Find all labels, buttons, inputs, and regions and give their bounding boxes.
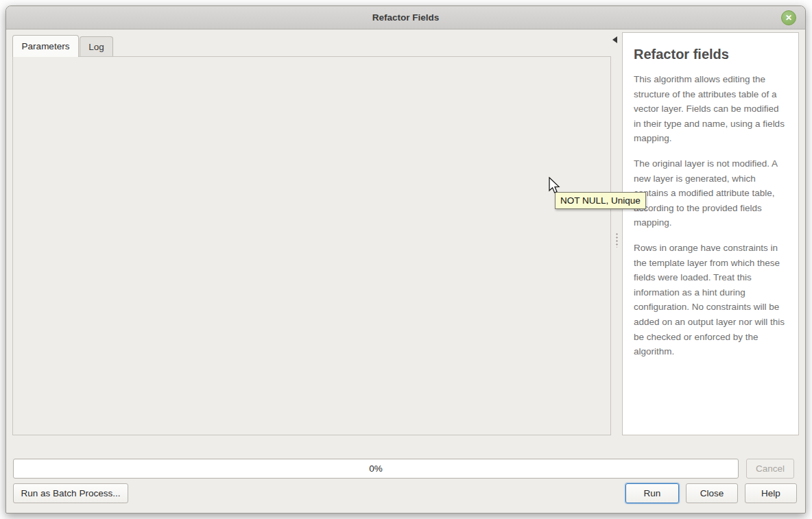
- constraint-tooltip: NOT NULL, Unique: [555, 192, 646, 209]
- tab-parameters-label: Parameters: [22, 41, 70, 51]
- progress-value: 0%: [369, 463, 383, 474]
- mouse-cursor: [547, 177, 561, 195]
- tab-log[interactable]: Log: [80, 36, 113, 56]
- titlebar[interactable]: Refactor Fields ✕: [6, 6, 805, 29]
- run-as-batch-button[interactable]: Run as Batch Process...: [13, 483, 128, 503]
- help-title: Refactor fields: [634, 47, 787, 62]
- help-paragraph: Rows in orange have constraints in the t…: [634, 241, 787, 359]
- tab-log-label: Log: [88, 42, 104, 52]
- panel-splitter-handle[interactable]: [616, 232, 618, 248]
- parameters-pane: [12, 56, 611, 435]
- tab-parameters[interactable]: Parameters: [12, 35, 79, 57]
- tooltip-text: NOT NULL, Unique: [560, 195, 641, 206]
- help-paragraphs: This algorithm allows editing the struct…: [634, 72, 787, 359]
- run-button[interactable]: Run: [625, 483, 679, 503]
- help-paragraph: The original layer is not modified. A ne…: [634, 156, 787, 230]
- close-window-icon[interactable]: ✕: [781, 10, 796, 25]
- cancel-button[interactable]: Cancel: [746, 459, 794, 479]
- window-title: Refactor Fields: [372, 12, 440, 23]
- help-paragraph: This algorithm allows editing the struct…: [634, 72, 787, 146]
- collapse-help-panel-icon[interactable]: [612, 36, 617, 43]
- progress-bar: 0%: [13, 459, 739, 479]
- help-button[interactable]: Help: [745, 483, 797, 503]
- close-button[interactable]: Close: [686, 483, 738, 503]
- help-panel: Refactor fields This algorithm allows ed…: [622, 32, 799, 435]
- refactor-fields-dialog: Refactor Fields ✕ Parameters Log Input l…: [5, 5, 806, 514]
